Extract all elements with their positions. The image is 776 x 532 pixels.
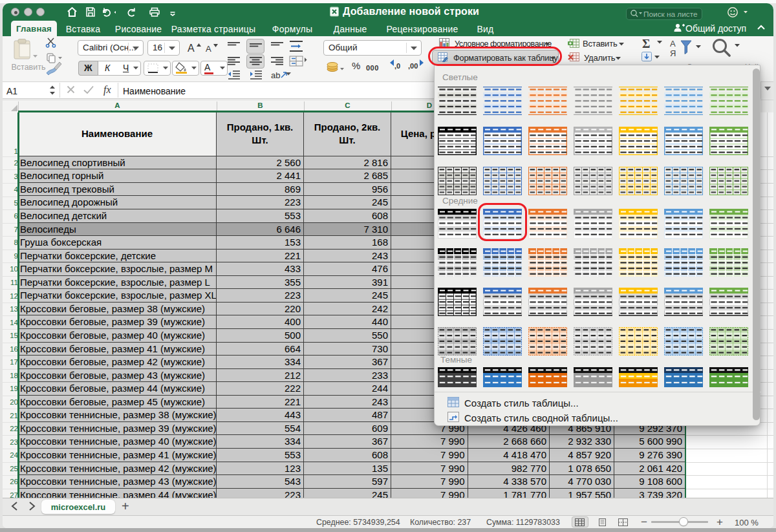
svg-text:Я: Я (670, 48, 676, 58)
svg-text:,0: ,0 (394, 62, 400, 70)
svg-text:A: A (188, 43, 195, 54)
svg-text:А: А (670, 39, 676, 48)
svg-text:,00: ,00 (408, 62, 418, 70)
svg-text:A: A (206, 44, 211, 54)
